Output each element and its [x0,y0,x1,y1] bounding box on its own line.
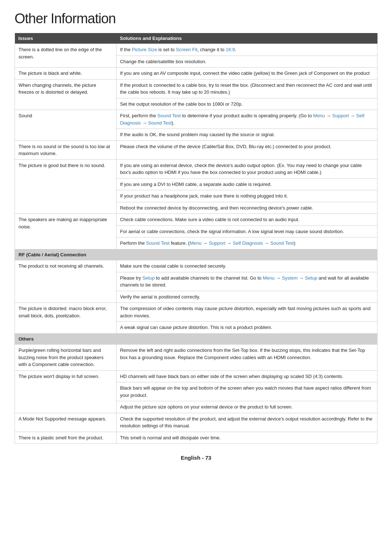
solution-cell: Change the cable/satellite box resolutio… [116,56,377,68]
issue-cell: There is a dotted line on the edge of th… [15,44,117,68]
issue-cell: The speakers are making an inappropriate… [15,214,117,249]
table-row: There is a dotted line on the edge of th… [15,44,377,56]
table-row: The picture is good but there is no soun… [15,159,377,178]
section-label: RF (Cable / Aerial) Connection [15,249,377,260]
table-row: There is no sound or the sound is too lo… [15,141,377,159]
page-footer: English - 73 [15,455,377,461]
section-label: Others [15,333,377,345]
solution-cell: If your product has a headphone jack, ma… [116,190,377,202]
solution-cell: First, perform the Sound Test to determi… [116,110,377,129]
table-row: The picture is black and white.If you ar… [15,68,377,80]
solution-cell: If the product is connected to a cable b… [116,79,377,98]
issue-cell: The product is not receiving all channel… [15,260,117,303]
section-header-row: RF (Cable / Aerial) Connection [15,249,377,260]
solution-cell: Black bars will appear on the top and bo… [116,382,377,401]
solution-cell: Check the supported resolution of the pr… [116,413,377,432]
table-row: When changing channels, the picture free… [15,79,377,98]
table-row: A Mode Not Supported message appears.Che… [15,413,377,432]
solution-cell: A weak signal can cause picture distorti… [116,322,377,334]
solution-cell: Perform the Sound Test feature. (Menu → … [116,237,377,249]
issue-cell: The picture is distorted: macro block er… [15,303,117,334]
issue-cell: There is no sound or the sound is too lo… [15,141,117,159]
table-row: Purple/green rolling horizontal bars and… [15,345,377,371]
table-row: The speakers are making an inappropriate… [15,214,377,226]
solution-cell: If you are using an AV composite input, … [116,68,377,80]
issue-cell: There is a plastic smell from the produc… [15,432,117,444]
solution-cell: If you are using an external device, che… [116,159,377,178]
solution-cell: The compression of video contents may ca… [116,303,377,322]
solution-cell: If the audio is OK, the sound problem ma… [116,129,377,141]
issue-cell: The picture is black and white. [15,68,117,80]
solution-cell: Set the output resolution of the cable b… [116,98,377,110]
solution-cell: HD channels will have black bars on eith… [116,370,377,382]
page-title: Other Information [15,11,377,27]
solution-cell: Please try Setup to add available channe… [116,272,377,291]
solution-cell: Reboot the connected device by disconnec… [116,202,377,214]
col-header-solutions: Solutions and Explanations [116,33,377,44]
solution-cell: Please check the volume of the device (C… [116,141,377,159]
solution-cell: If the Picture Size is set to Screen Fit… [116,44,377,56]
solution-cell: This smell is normal and will dissipate … [116,432,377,444]
issue-cell: Sound [15,110,117,141]
table-row: There is a plastic smell from the produc… [15,432,377,444]
section-header-row: Others [15,333,377,345]
solution-cell: If you are using a DVI to HDMI cable, a … [116,178,377,190]
table-row: SoundFirst, perform the Sound Test to de… [15,110,377,129]
main-table: Issues Solutions and Explanations There … [15,33,377,444]
solution-cell: Adjust the picture size options on your … [116,401,377,413]
issue-cell: The picture won't display in full screen… [15,370,117,413]
issue-cell: When changing channels, the picture free… [15,79,117,110]
solution-cell: Make sure the coaxial cable is connected… [116,260,377,272]
issue-cell: A Mode Not Supported message appears. [15,413,117,432]
table-row: The picture is distorted: macro block er… [15,303,377,322]
issue-cell: The picture is good but there is no soun… [15,159,117,214]
solution-cell: For aerial or cable connections, check t… [116,225,377,237]
solution-cell: Verify the aerial is positioned correctl… [116,291,377,303]
col-header-issues: Issues [15,33,117,44]
solution-cell: Remove the left and right audio connecti… [116,345,377,371]
solution-cell: Check cable connections. Make sure a vid… [116,214,377,226]
table-row: The product is not receiving all channel… [15,260,377,272]
table-row: The picture won't display in full screen… [15,370,377,382]
issue-cell: Purple/green rolling horizontal bars and… [15,345,117,371]
